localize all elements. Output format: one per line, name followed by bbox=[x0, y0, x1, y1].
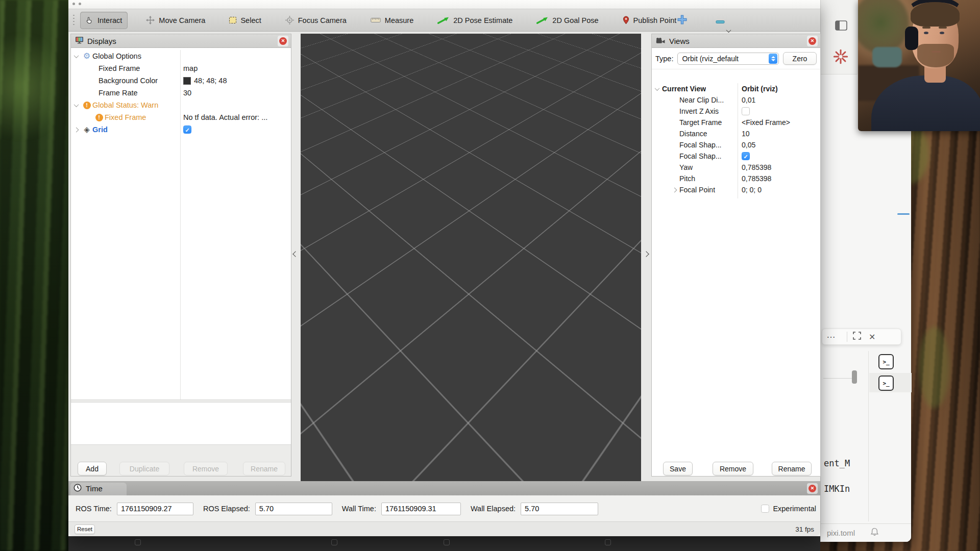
panel-close-button[interactable]: ✕ bbox=[807, 483, 818, 494]
tool-select[interactable]: Select bbox=[224, 12, 266, 29]
tree-row[interactable]: !Global Status: Warn bbox=[71, 99, 291, 111]
tool-label: Measure bbox=[385, 16, 413, 24]
tree-row[interactable]: Yaw0,785398 bbox=[652, 162, 820, 173]
bell-icon[interactable] bbox=[870, 528, 879, 539]
reset-button[interactable]: Reset bbox=[75, 524, 95, 534]
tool-interact[interactable]: Interact bbox=[80, 12, 128, 29]
tree-row[interactable]: ◈Grid✓ bbox=[71, 123, 291, 136]
row-value-text: 0,05 bbox=[742, 141, 755, 149]
close-icon: ✕ bbox=[808, 37, 816, 45]
collapse-right-panel-chevron[interactable] bbox=[642, 249, 650, 259]
experimental-checkbox[interactable] bbox=[761, 505, 769, 513]
tree-row[interactable]: Current ViewOrbit (rviz) bbox=[652, 83, 820, 94]
render-viewport-3d[interactable] bbox=[301, 34, 641, 481]
save-button[interactable]: Save bbox=[663, 462, 693, 475]
chevron-down-icon[interactable] bbox=[71, 55, 81, 58]
tree-row[interactable]: Focal Shap...✓ bbox=[652, 151, 820, 162]
tree-row[interactable]: Focal Point0; 0; 0 bbox=[652, 184, 820, 195]
views-panel-titlebar[interactable]: Views ✕ bbox=[652, 34, 820, 48]
chevron-right-icon[interactable] bbox=[669, 188, 679, 192]
chevron-down-icon[interactable] bbox=[652, 87, 662, 91]
tree-row[interactable]: !Fixed FrameNo tf data. Actual error: ..… bbox=[71, 111, 291, 123]
person-beard bbox=[917, 44, 954, 67]
column-separator[interactable] bbox=[180, 50, 181, 401]
panel-close-button[interactable]: ✕ bbox=[278, 36, 288, 46]
row-checkbox[interactable]: ✓ bbox=[742, 152, 750, 160]
more-options-icon[interactable]: … bbox=[822, 330, 842, 344]
column-separator[interactable] bbox=[738, 83, 738, 198]
tree-row[interactable]: Distance10 bbox=[652, 128, 820, 139]
toolbar-drag-handle[interactable] bbox=[72, 14, 75, 27]
row-label: Pitch bbox=[679, 174, 695, 183]
chevron-down-icon[interactable] bbox=[71, 104, 81, 107]
tool-move-camera[interactable]: Move Camera bbox=[140, 12, 211, 29]
terminal-icon[interactable]: >_ bbox=[878, 354, 894, 369]
tool-publish-point[interactable]: Publish Point bbox=[617, 12, 682, 29]
tree-row[interactable]: Fixed Framemap bbox=[71, 62, 291, 74]
panel-close-button[interactable]: ✕ bbox=[807, 36, 818, 46]
type-label: Type: bbox=[655, 55, 673, 63]
displays-panel-titlebar[interactable]: Displays ✕ bbox=[71, 34, 291, 48]
scrollbar-thumb[interactable] bbox=[852, 370, 857, 384]
color-swatch[interactable] bbox=[183, 77, 191, 85]
row-value-text: Orbit (rviz) bbox=[742, 85, 778, 93]
tree-row[interactable]: Near Clip Di...0,01 bbox=[652, 94, 820, 106]
grid-icon: ◈ bbox=[84, 125, 90, 134]
clock-icon bbox=[74, 484, 82, 493]
add-button[interactable]: Add bbox=[78, 462, 107, 475]
remove-button[interactable]: Remove bbox=[184, 462, 228, 475]
maximize-icon[interactable] bbox=[852, 331, 862, 342]
tool-focus-camera[interactable]: Focus Camera bbox=[280, 12, 352, 29]
row-value: 0,785398 bbox=[742, 163, 771, 171]
view-type-row: Type: Orbit (rviz_default Zero bbox=[652, 48, 820, 69]
row-value: ✓ bbox=[742, 152, 750, 160]
tree-row[interactable]: Background Color48; 48; 48 bbox=[71, 74, 291, 87]
close-icon: ✕ bbox=[808, 485, 816, 492]
tree-row[interactable]: Pitch0,785398 bbox=[652, 173, 820, 184]
row-value: No tf data. Actual error: ... bbox=[183, 113, 267, 121]
row-checkbox[interactable]: ✓ bbox=[183, 126, 191, 134]
time-field-value[interactable]: 5.70 bbox=[521, 503, 598, 515]
panel-splitter[interactable] bbox=[71, 399, 291, 403]
chevron-right-icon[interactable] bbox=[71, 128, 81, 132]
remove-button[interactable]: Remove bbox=[713, 462, 753, 475]
experimental-label: Experimental bbox=[773, 505, 816, 513]
time-field-value[interactable]: 1761150909.31 bbox=[381, 503, 461, 515]
add-tool-plus-icon[interactable] bbox=[677, 14, 688, 27]
tool-measure[interactable]: Measure bbox=[365, 12, 419, 29]
row-label: Focal Shap... bbox=[679, 152, 722, 160]
sidebar-layout-icon[interactable] bbox=[835, 20, 847, 33]
zero-button[interactable]: Zero bbox=[783, 52, 817, 65]
time-field-value[interactable]: 1761150909.27 bbox=[117, 503, 193, 515]
tool-2d-goal-pose[interactable]: 2D Goal Pose bbox=[531, 12, 604, 29]
view-type-combobox[interactable]: Orbit (rviz_default bbox=[677, 53, 779, 65]
tree-row[interactable]: Frame Rate30 bbox=[71, 87, 291, 99]
moss-patch bbox=[919, 327, 949, 408]
row-value-text: 30 bbox=[183, 89, 191, 97]
remove-tool-minus-icon[interactable] bbox=[716, 17, 725, 27]
warning-icon: ! bbox=[83, 102, 91, 109]
time-field-value[interactable]: 5.70 bbox=[255, 503, 332, 515]
tree-row[interactable]: Focal Shap...0,05 bbox=[652, 139, 820, 151]
tree-row[interactable]: ⚙Global Options bbox=[71, 50, 291, 62]
tool-label: Move Camera bbox=[159, 16, 205, 24]
red-asterisk-icon[interactable] bbox=[833, 49, 848, 66]
tool-label: Focus Camera bbox=[298, 16, 347, 24]
close-icon[interactable]: ✕ bbox=[869, 332, 875, 342]
terminal-icon[interactable]: >_ bbox=[878, 375, 894, 391]
collapse-left-panel-chevron[interactable] bbox=[291, 249, 300, 259]
tree-row[interactable]: Invert Z Axis bbox=[652, 106, 820, 117]
tree-row[interactable]: Target Frame<Fixed Frame> bbox=[652, 117, 820, 128]
rename-button[interactable]: Rename bbox=[243, 462, 285, 475]
kettle bbox=[872, 47, 902, 67]
time-panel-titlebar[interactable]: Time ✕ bbox=[68, 482, 820, 495]
duplicate-button[interactable]: Duplicate bbox=[119, 462, 169, 475]
row-checkbox[interactable] bbox=[742, 107, 750, 115]
focus-camera-icon bbox=[285, 16, 294, 24]
row-label: Distance bbox=[679, 130, 707, 138]
rename-button[interactable]: Rename bbox=[772, 462, 812, 475]
row-value: 0,785398 bbox=[742, 174, 771, 183]
row-value: ✓ bbox=[183, 126, 191, 134]
row-value: 0,05 bbox=[742, 141, 755, 149]
tool-2d-pose-estimate[interactable]: 2D Pose Estimate bbox=[432, 12, 518, 29]
